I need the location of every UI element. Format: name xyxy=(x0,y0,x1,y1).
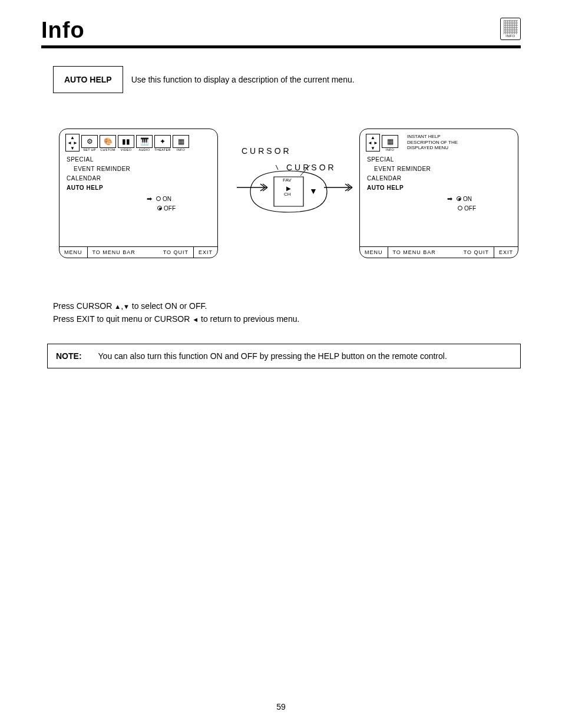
menu-items-right: SPECIAL EVENT REMINDER CALENDAR AUTO HEL… xyxy=(367,155,512,193)
custom-icon: 🎨 xyxy=(100,135,116,148)
note-box: NOTE: You can also turn this function ON… xyxy=(47,344,521,368)
theater-icon: ✦ xyxy=(154,135,171,148)
down-triangle-icon: ▼ xyxy=(309,186,318,196)
footer-exit: EXIT xyxy=(194,247,217,258)
pointer-arrow-icon: ➡ xyxy=(147,194,152,204)
diagram-row: ▲◄ ►▼ ⚙ SET UP 🎨 CUSTOM ▮▮ VIDEO 🎹 AUDIO… xyxy=(59,129,521,258)
instant-help-text: INSTANT HELP DESCRIPTION OF THE DISPLAYE… xyxy=(407,134,458,151)
item-special: SPECIAL xyxy=(67,155,211,164)
svg-line-0 xyxy=(271,165,278,170)
tab-info: ▦ INFO xyxy=(173,135,189,151)
item-auto-help: AUTO HELP xyxy=(367,183,512,193)
tab-theater: ✦ THEATER xyxy=(154,135,171,151)
item-special: SPECIAL xyxy=(367,155,512,164)
nav-arrows-icon: ▲◄ ►▼ xyxy=(366,134,380,151)
ch-label: CH xyxy=(284,192,291,197)
remote-shape: FAV ▶ CH ▼ xyxy=(242,165,336,218)
footer-menu: MENU xyxy=(59,247,88,258)
left-triangle-icon: ◄ xyxy=(192,316,199,323)
tab-setup: ⚙ SET UP xyxy=(81,135,98,151)
nav-arrows-icon: ▲◄ ►▼ xyxy=(65,134,80,151)
info-corner-icon: INFO xyxy=(500,18,521,40)
footer-to-menu-bar: TO MENU BAR xyxy=(88,247,140,258)
item-calendar: CALENDAR xyxy=(367,174,512,183)
instruction-line-1: Press CURSOR ▲,▼ to select ON or OFF. xyxy=(53,299,521,312)
note-text: You can also turn this function ON and O… xyxy=(98,351,447,361)
intro-text: Use this function to display a descripti… xyxy=(131,75,355,84)
radio-on-icon xyxy=(156,196,161,201)
pointer-arrow-icon: ➡ xyxy=(447,194,452,204)
tab-info-right: ▦ INFO xyxy=(382,135,398,151)
tab-custom: 🎨 CUSTOM xyxy=(100,135,116,151)
page-number: 59 xyxy=(0,702,562,711)
option-on: ON xyxy=(463,195,472,203)
options-right: ➡ ON OFF xyxy=(447,194,476,213)
menu-topbar: ▲◄ ►▼ ⚙ SET UP 🎨 CUSTOM ▮▮ VIDEO 🎹 AUDIO… xyxy=(65,134,211,151)
menu-screen-right: ▲◄ ►▼ ▦ INFO INSTANT HELP DESCRIPTION OF… xyxy=(359,129,518,258)
audio-icon: 🎹 xyxy=(136,135,153,148)
footer-menu: MENU xyxy=(360,247,388,258)
info-icon: ▦ xyxy=(382,135,398,148)
info-corner-label: INFO xyxy=(503,34,518,38)
options: ➡ ON OFF xyxy=(147,194,176,213)
intro-row: AUTO HELP Use this function to display a… xyxy=(53,66,521,93)
footer-to-quit: TO QUIT xyxy=(459,247,494,258)
info-icon: ▦ xyxy=(173,135,189,148)
setup-icon: ⚙ xyxy=(81,135,98,148)
tab-audio: 🎹 AUDIO xyxy=(136,135,153,151)
cursor-label-1: CURSOR xyxy=(242,146,292,156)
menu-items: SPECIAL EVENT REMINDER CALENDAR AUTO HEL… xyxy=(67,155,211,193)
svg-line-1 xyxy=(300,165,311,176)
video-icon: ▮▮ xyxy=(118,135,134,148)
option-off: OFF xyxy=(164,204,176,213)
footer-to-quit: TO QUIT xyxy=(158,247,194,258)
instructions: Press CURSOR ▲,▼ to select ON or OFF. Pr… xyxy=(53,299,521,326)
auto-help-box: AUTO HELP xyxy=(53,66,123,93)
up-triangle-icon: ▲ xyxy=(114,303,121,310)
menu-footer-right: MENU TO MENU BAR TO QUIT EXIT xyxy=(360,246,518,258)
note-label: NOTE: xyxy=(56,351,82,361)
instruction-line-2: Press EXIT to quit menu or CURSOR ◄ to r… xyxy=(53,312,521,325)
item-calendar: CALENDAR xyxy=(67,174,211,183)
radio-on-icon xyxy=(457,196,461,201)
item-auto-help: AUTO HELP xyxy=(67,183,211,193)
footer-to-menu-bar: TO MENU BAR xyxy=(388,247,441,258)
radio-off-icon xyxy=(157,206,162,210)
radio-off-icon xyxy=(458,206,462,210)
menu-screen-left: ▲◄ ►▼ ⚙ SET UP 🎨 CUSTOM ▮▮ VIDEO 🎹 AUDIO… xyxy=(59,129,218,258)
cursor-diagram: CURSOR CURSOR FAV ▶ CH ▼ xyxy=(224,129,353,218)
option-on: ON xyxy=(163,195,171,203)
option-off: OFF xyxy=(464,204,476,213)
item-event-reminder: EVENT REMINDER xyxy=(374,164,512,174)
play-icon: ▶ xyxy=(286,185,291,192)
menu-footer: MENU TO MENU BAR TO QUIT EXIT xyxy=(59,246,217,258)
page-title: Info xyxy=(41,18,85,43)
page-header: Info INFO xyxy=(41,18,521,48)
down-triangle-icon: ▼ xyxy=(123,303,130,310)
tab-video: ▮▮ VIDEO xyxy=(118,135,134,151)
item-event-reminder: EVENT REMINDER xyxy=(74,164,211,174)
fav-label: FAV xyxy=(283,178,292,183)
grid-icon xyxy=(504,20,518,34)
footer-exit: EXIT xyxy=(494,247,518,258)
